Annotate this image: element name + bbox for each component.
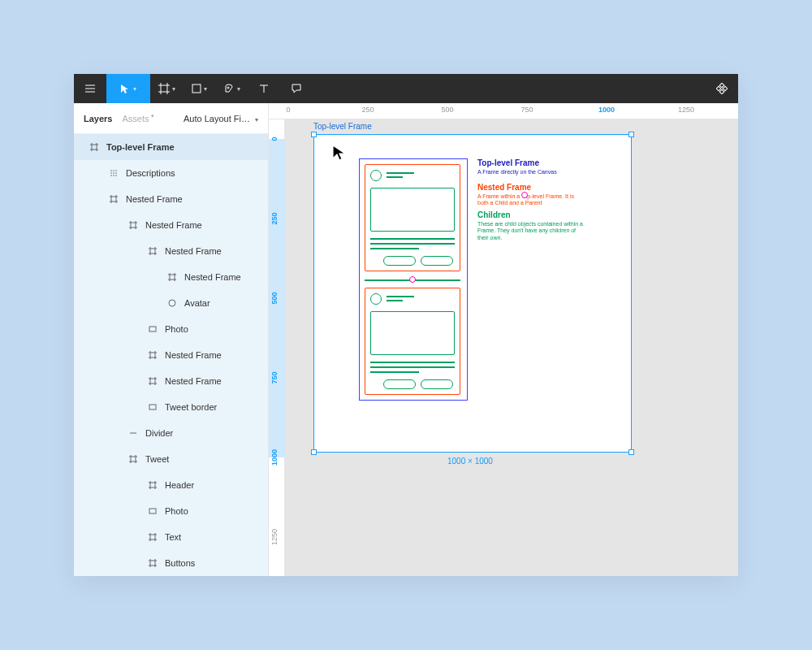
frame-tool-button[interactable]: ▾ <box>150 74 183 103</box>
resize-handle-nw[interactable] <box>311 132 317 137</box>
layer-row[interactable]: Avatar <box>74 290 268 316</box>
layer-row[interactable]: Nested Frame <box>74 264 268 290</box>
frame-icon <box>147 559 158 567</box>
layer-row[interactable]: Tweet border <box>74 394 268 420</box>
group-icon <box>108 169 119 177</box>
layer-label: Descriptions <box>126 168 268 178</box>
resize-handle-se[interactable] <box>628 449 634 455</box>
selection-dimensions: 1000 × 1000 <box>447 457 493 466</box>
rect-icon <box>147 325 158 333</box>
canvas-frame-label[interactable]: Top-level Frame <box>313 122 372 131</box>
layer-row[interactable]: Nested Frame <box>74 368 268 394</box>
chevron-down-icon: ▾ <box>172 85 175 93</box>
chevron-down-icon: ▾ <box>255 116 258 124</box>
frame-icon <box>108 195 119 203</box>
tab-layers[interactable]: Layers <box>84 114 112 124</box>
svg-point-44 <box>169 300 175 306</box>
page-select[interactable]: Auto Layout Fi… ▾ <box>184 114 258 124</box>
svg-point-21 <box>115 170 117 171</box>
svg-rect-45 <box>149 327 156 332</box>
ruler-tick: 500 <box>270 292 279 304</box>
layer-label: Text <box>165 532 268 542</box>
comment-tool-button[interactable] <box>280 74 313 103</box>
layer-row[interactable]: Nested Frame <box>74 186 268 212</box>
layer-row[interactable]: Top-level Frame <box>74 134 268 160</box>
pen-tool-button[interactable]: ▾ <box>215 74 248 103</box>
layer-label: Nested Frame <box>126 194 268 204</box>
svg-point-22 <box>110 172 112 174</box>
svg-point-23 <box>113 172 114 174</box>
chevron-down-icon: ▾ <box>133 85 136 93</box>
toolbar: ▾ ▾ ▾ ▾ <box>74 74 738 103</box>
plugin-button[interactable] <box>706 74 738 103</box>
frame-icon <box>147 351 158 359</box>
layer-row[interactable]: Header <box>74 472 268 498</box>
svg-point-20 <box>113 170 114 171</box>
ruler-horizontal[interactable]: 025050075010001250 <box>269 103 738 119</box>
frame-icon <box>147 377 158 385</box>
ruler-tick: 1250 <box>678 106 694 114</box>
chevron-down-icon: ▾ <box>237 85 240 93</box>
line-icon <box>127 429 139 437</box>
layer-row[interactable]: Nested Frame <box>74 238 268 264</box>
ruler-tick: 750 <box>270 371 279 384</box>
layer-label: Avatar <box>184 298 268 308</box>
canvas[interactable]: Top-level Frame <box>285 119 738 576</box>
circle-icon <box>166 299 178 307</box>
svg-rect-14 <box>723 86 728 91</box>
layer-row[interactable]: Nested Frame <box>74 212 268 238</box>
resize-handle-sw[interactable] <box>311 449 317 455</box>
frame-icon <box>127 455 139 463</box>
svg-point-26 <box>113 175 114 176</box>
menu-button[interactable] <box>74 74 106 103</box>
ruler-tick: 1000 <box>270 449 279 466</box>
ruler-tick: 0 <box>270 136 279 141</box>
layer-row[interactable]: Divider <box>74 420 268 446</box>
svg-point-19 <box>110 170 112 171</box>
layer-row[interactable]: Nested Frame <box>74 342 268 368</box>
layer-label: Header <box>165 480 268 490</box>
frame-icon <box>147 481 158 489</box>
ruler-tick: 1000 <box>598 106 615 114</box>
layer-label: Nested Frame <box>184 272 268 282</box>
svg-point-24 <box>115 172 117 174</box>
layer-label: Tweet border <box>165 402 268 412</box>
svg-rect-11 <box>719 83 724 88</box>
ruler-tick: 0 <box>286 106 290 114</box>
tab-assets[interactable]: Assets <box>122 114 149 124</box>
move-tool-button[interactable]: ▾ <box>106 74 150 103</box>
ruler-vertical[interactable]: 025050075010001250 <box>269 119 285 576</box>
layer-row[interactable]: Photo <box>74 498 268 524</box>
layer-label: Photo <box>165 506 268 516</box>
layers-panel: Top-level FrameDescriptionsNested FrameN… <box>74 134 268 576</box>
svg-point-25 <box>110 175 112 176</box>
chevron-down-icon: ▾ <box>204 85 207 93</box>
frame-icon <box>89 143 100 151</box>
layer-label: Nested Frame <box>145 220 268 230</box>
page-select-label: Auto Layout Fi… <box>184 114 250 124</box>
frame-icon <box>147 247 158 255</box>
selection-box <box>313 134 632 453</box>
layer-row[interactable]: Photo <box>74 316 268 342</box>
layer-row[interactable]: Text <box>74 524 268 550</box>
rect-icon <box>147 403 158 411</box>
layer-row[interactable]: Tweet <box>74 446 268 472</box>
frame-icon <box>166 273 178 281</box>
svg-rect-64 <box>149 509 156 514</box>
resize-handle-ne[interactable] <box>628 132 634 137</box>
app-window: ▾ ▾ ▾ ▾ Layers Assets Auto Layout Fi… ▾ … <box>74 74 738 576</box>
layer-label: Divider <box>145 428 268 438</box>
ruler-tick: 750 <box>520 106 533 114</box>
layer-row[interactable]: Buttons <box>74 550 268 576</box>
layer-label: Nested Frame <box>165 246 268 256</box>
svg-point-27 <box>115 175 117 176</box>
svg-rect-7 <box>192 84 201 93</box>
ruler-tick: 250 <box>270 212 279 224</box>
text-tool-button[interactable] <box>248 74 280 103</box>
sidebar-header: Layers Assets Auto Layout Fi… ▾ <box>74 103 268 134</box>
layer-row[interactable]: Descriptions <box>74 160 268 186</box>
svg-rect-54 <box>149 405 156 410</box>
layer-label: Nested Frame <box>165 376 268 386</box>
svg-rect-13 <box>716 86 721 91</box>
shape-tool-button[interactable]: ▾ <box>183 74 215 103</box>
